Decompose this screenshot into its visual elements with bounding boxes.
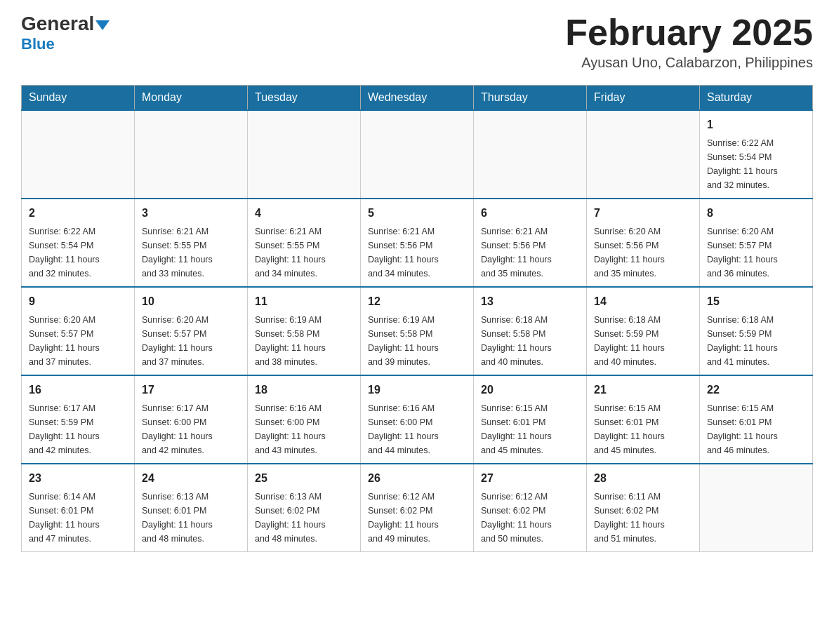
day-info: Sunrise: 6:21 AMSunset: 5:55 PMDaylight:… xyxy=(142,224,240,281)
calendar-day-cell: 15Sunrise: 6:18 AMSunset: 5:59 PMDayligh… xyxy=(700,287,813,375)
logo-text: General xyxy=(21,14,110,34)
day-number: 12 xyxy=(368,293,466,310)
day-info: Sunrise: 6:12 AMSunset: 6:02 PMDaylight:… xyxy=(481,490,579,546)
header-monday: Monday xyxy=(135,86,248,111)
calendar-day-cell: 22Sunrise: 6:15 AMSunset: 6:01 PMDayligh… xyxy=(700,375,813,464)
calendar-day-cell: 6Sunrise: 6:21 AMSunset: 5:56 PMDaylight… xyxy=(474,199,587,287)
day-info: Sunrise: 6:18 AMSunset: 5:58 PMDaylight:… xyxy=(481,313,579,369)
day-info: Sunrise: 6:19 AMSunset: 5:58 PMDaylight:… xyxy=(368,313,466,369)
day-number: 4 xyxy=(255,205,353,222)
day-info: Sunrise: 6:12 AMSunset: 6:02 PMDaylight:… xyxy=(368,490,466,546)
calendar-day-cell: 9Sunrise: 6:20 AMSunset: 5:57 PMDaylight… xyxy=(22,287,135,375)
calendar-day-cell xyxy=(587,110,700,199)
calendar-day-cell: 28Sunrise: 6:11 AMSunset: 6:02 PMDayligh… xyxy=(587,464,700,552)
page-header: General Blue February 2025 Ayusan Uno, C… xyxy=(21,14,813,71)
calendar-day-cell: 11Sunrise: 6:19 AMSunset: 5:58 PMDayligh… xyxy=(248,287,361,375)
calendar-day-cell: 13Sunrise: 6:18 AMSunset: 5:58 PMDayligh… xyxy=(474,287,587,375)
day-info: Sunrise: 6:21 AMSunset: 5:55 PMDaylight:… xyxy=(255,224,353,281)
day-number: 3 xyxy=(142,205,240,222)
day-number: 23 xyxy=(29,470,127,487)
calendar-day-cell xyxy=(474,110,587,199)
calendar-day-cell: 25Sunrise: 6:13 AMSunset: 6:02 PMDayligh… xyxy=(248,464,361,552)
day-info: Sunrise: 6:14 AMSunset: 6:01 PMDaylight:… xyxy=(29,490,127,546)
month-title: February 2025 xyxy=(565,14,813,51)
day-info: Sunrise: 6:20 AMSunset: 5:57 PMDaylight:… xyxy=(707,224,805,281)
day-info: Sunrise: 6:19 AMSunset: 5:58 PMDaylight:… xyxy=(255,313,353,369)
calendar-day-cell: 4Sunrise: 6:21 AMSunset: 5:55 PMDaylight… xyxy=(248,199,361,287)
day-number: 11 xyxy=(255,293,353,310)
day-info: Sunrise: 6:13 AMSunset: 6:01 PMDaylight:… xyxy=(142,490,240,546)
day-info: Sunrise: 6:20 AMSunset: 5:56 PMDaylight:… xyxy=(594,224,692,281)
header-saturday: Saturday xyxy=(700,86,813,111)
header-sunday: Sunday xyxy=(22,86,135,111)
day-info: Sunrise: 6:22 AMSunset: 5:54 PMDaylight:… xyxy=(707,136,805,192)
calendar-day-cell xyxy=(135,110,248,199)
calendar-table: Sunday Monday Tuesday Wednesday Thursday… xyxy=(21,85,813,552)
day-info: Sunrise: 6:20 AMSunset: 5:57 PMDaylight:… xyxy=(29,313,127,369)
calendar-week-row: 16Sunrise: 6:17 AMSunset: 5:59 PMDayligh… xyxy=(22,375,813,464)
calendar-day-cell: 26Sunrise: 6:12 AMSunset: 6:02 PMDayligh… xyxy=(361,464,474,552)
calendar-day-cell: 23Sunrise: 6:14 AMSunset: 6:01 PMDayligh… xyxy=(22,464,135,552)
day-number: 25 xyxy=(255,470,353,487)
header-thursday: Thursday xyxy=(474,86,587,111)
day-number: 17 xyxy=(142,382,240,398)
day-info: Sunrise: 6:17 AMSunset: 5:59 PMDaylight:… xyxy=(29,401,127,457)
calendar-day-cell: 19Sunrise: 6:16 AMSunset: 6:00 PMDayligh… xyxy=(361,375,474,464)
day-info: Sunrise: 6:15 AMSunset: 6:01 PMDaylight:… xyxy=(707,401,805,457)
location-title: Ayusan Uno, Calabarzon, Philippines xyxy=(565,55,813,71)
day-info: Sunrise: 6:20 AMSunset: 5:57 PMDaylight:… xyxy=(142,313,240,369)
calendar-day-cell: 8Sunrise: 6:20 AMSunset: 5:57 PMDaylight… xyxy=(700,199,813,287)
day-number: 5 xyxy=(368,205,466,222)
calendar-body: 1Sunrise: 6:22 AMSunset: 5:54 PMDaylight… xyxy=(22,110,813,552)
day-info: Sunrise: 6:22 AMSunset: 5:54 PMDaylight:… xyxy=(29,224,127,281)
calendar-day-cell xyxy=(248,110,361,199)
calendar-week-row: 1Sunrise: 6:22 AMSunset: 5:54 PMDaylight… xyxy=(22,110,813,199)
calendar-day-cell: 10Sunrise: 6:20 AMSunset: 5:57 PMDayligh… xyxy=(135,287,248,375)
day-info: Sunrise: 6:21 AMSunset: 5:56 PMDaylight:… xyxy=(368,224,466,281)
day-number: 24 xyxy=(142,470,240,487)
day-number: 22 xyxy=(707,382,805,398)
day-number: 28 xyxy=(594,470,692,487)
header-tuesday: Tuesday xyxy=(248,86,361,111)
logo-general: General xyxy=(21,13,94,34)
day-info: Sunrise: 6:18 AMSunset: 5:59 PMDaylight:… xyxy=(707,313,805,369)
calendar-day-cell: 5Sunrise: 6:21 AMSunset: 5:56 PMDaylight… xyxy=(361,199,474,287)
title-area: February 2025 Ayusan Uno, Calabarzon, Ph… xyxy=(565,14,813,71)
day-number: 10 xyxy=(142,293,240,310)
calendar-day-cell: 12Sunrise: 6:19 AMSunset: 5:58 PMDayligh… xyxy=(361,287,474,375)
day-number: 1 xyxy=(707,116,805,133)
calendar-day-cell: 3Sunrise: 6:21 AMSunset: 5:55 PMDaylight… xyxy=(135,199,248,287)
calendar-day-cell xyxy=(361,110,474,199)
day-info: Sunrise: 6:17 AMSunset: 6:00 PMDaylight:… xyxy=(142,401,240,457)
calendar-day-cell: 16Sunrise: 6:17 AMSunset: 5:59 PMDayligh… xyxy=(22,375,135,464)
calendar-week-row: 23Sunrise: 6:14 AMSunset: 6:01 PMDayligh… xyxy=(22,464,813,552)
calendar-day-cell: 1Sunrise: 6:22 AMSunset: 5:54 PMDaylight… xyxy=(700,110,813,199)
day-number: 2 xyxy=(29,205,127,222)
day-info: Sunrise: 6:11 AMSunset: 6:02 PMDaylight:… xyxy=(594,490,692,546)
day-info: Sunrise: 6:16 AMSunset: 6:00 PMDaylight:… xyxy=(368,401,466,457)
day-info: Sunrise: 6:13 AMSunset: 6:02 PMDaylight:… xyxy=(255,490,353,546)
day-number: 26 xyxy=(368,470,466,487)
day-info: Sunrise: 6:15 AMSunset: 6:01 PMDaylight:… xyxy=(481,401,579,457)
day-number: 9 xyxy=(29,293,127,310)
logo-blue: Blue xyxy=(21,35,55,53)
calendar-day-cell xyxy=(22,110,135,199)
day-number: 18 xyxy=(255,382,353,398)
calendar-day-cell: 17Sunrise: 6:17 AMSunset: 6:00 PMDayligh… xyxy=(135,375,248,464)
calendar-day-cell: 20Sunrise: 6:15 AMSunset: 6:01 PMDayligh… xyxy=(474,375,587,464)
calendar-week-row: 2Sunrise: 6:22 AMSunset: 5:54 PMDaylight… xyxy=(22,199,813,287)
calendar-day-cell xyxy=(700,464,813,552)
calendar-week-row: 9Sunrise: 6:20 AMSunset: 5:57 PMDaylight… xyxy=(22,287,813,375)
calendar-day-cell: 27Sunrise: 6:12 AMSunset: 6:02 PMDayligh… xyxy=(474,464,587,552)
day-number: 6 xyxy=(481,205,579,222)
day-info: Sunrise: 6:15 AMSunset: 6:01 PMDaylight:… xyxy=(594,401,692,457)
day-number: 16 xyxy=(29,382,127,398)
day-number: 14 xyxy=(594,293,692,310)
calendar-day-cell: 18Sunrise: 6:16 AMSunset: 6:00 PMDayligh… xyxy=(248,375,361,464)
day-number: 27 xyxy=(481,470,579,487)
calendar-day-cell: 21Sunrise: 6:15 AMSunset: 6:01 PMDayligh… xyxy=(587,375,700,464)
day-number: 15 xyxy=(707,293,805,310)
weekday-header-row: Sunday Monday Tuesday Wednesday Thursday… xyxy=(22,86,813,111)
day-info: Sunrise: 6:21 AMSunset: 5:56 PMDaylight:… xyxy=(481,224,579,281)
day-number: 20 xyxy=(481,382,579,398)
